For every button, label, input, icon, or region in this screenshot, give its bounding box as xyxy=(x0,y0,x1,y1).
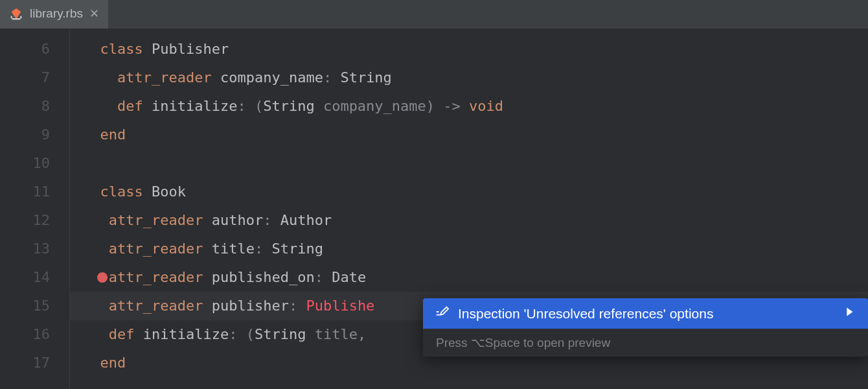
line-number-gutter: 67891011121314151617 xyxy=(0,29,70,389)
line-number: 17 xyxy=(0,349,69,377)
line-number: 11 xyxy=(0,178,69,206)
ruby-file-icon xyxy=(9,6,23,21)
code-line[interactable]: end xyxy=(70,121,868,149)
token: attr_reader xyxy=(100,298,212,314)
error-bulb-icon[interactable] xyxy=(97,272,108,283)
code-line[interactable]: attr_reader published_on: Date xyxy=(70,263,868,292)
token: : ( xyxy=(237,98,263,114)
token: attr_reader xyxy=(100,212,212,228)
token: publisher xyxy=(212,298,289,314)
popup-item-label: Inspection 'Unresolved references' optio… xyxy=(458,306,713,322)
token: company_name xyxy=(220,69,323,86)
tab-filename: library.rbs xyxy=(30,6,83,21)
token: : xyxy=(255,241,272,257)
code-line[interactable] xyxy=(70,149,868,178)
token: : ( xyxy=(229,326,255,342)
line-number: 8 xyxy=(0,92,69,121)
token: title, xyxy=(315,326,375,342)
token: initialize xyxy=(143,326,229,342)
token: String xyxy=(271,241,323,257)
line-number: 16 xyxy=(0,320,69,349)
token: String xyxy=(263,98,323,114)
close-icon[interactable]: ✕ xyxy=(89,6,99,21)
intention-popup: Inspection 'Unresolved references' optio… xyxy=(423,298,868,357)
token: void xyxy=(469,98,503,114)
inspection-options-item[interactable]: Inspection 'Unresolved references' optio… xyxy=(423,298,868,329)
pencil-icon xyxy=(435,305,449,322)
line-number: 14 xyxy=(0,263,69,292)
token: end xyxy=(100,355,126,371)
token: attr_reader xyxy=(100,241,212,257)
line-number: 9 xyxy=(0,121,69,149)
chevron-right-icon xyxy=(842,305,856,322)
token: def xyxy=(100,326,143,342)
code-line[interactable]: attr_reader company_name: String xyxy=(70,64,868,92)
token: Publishe xyxy=(306,298,374,314)
token: company_name) -> xyxy=(323,98,469,114)
code-line[interactable]: class Publisher xyxy=(70,35,868,64)
token: initialize xyxy=(152,98,237,114)
code-line[interactable]: attr_reader title: String xyxy=(70,235,868,263)
token: : xyxy=(315,269,332,285)
line-number: 7 xyxy=(0,64,69,92)
token: author xyxy=(212,212,263,228)
token: attr_reader xyxy=(100,269,212,285)
code-line[interactable]: attr_reader author: Author xyxy=(70,206,868,235)
token: Publisher xyxy=(152,41,229,57)
popup-footer-hint: Press ⌥Space to open preview xyxy=(423,329,868,357)
token: attr_reader xyxy=(117,69,220,86)
code-line[interactable]: def initialize: (String company_name) ->… xyxy=(70,92,868,121)
token: : xyxy=(289,298,306,314)
token: String xyxy=(255,326,315,342)
line-number: 6 xyxy=(0,35,69,64)
token: Date xyxy=(332,269,366,285)
token: def xyxy=(117,98,152,114)
token: String xyxy=(340,69,391,86)
token: : xyxy=(263,212,280,228)
token: published_on xyxy=(212,269,315,285)
line-number: 12 xyxy=(0,206,69,235)
token: : xyxy=(323,69,341,86)
tab-bar: library.rbs ✕ xyxy=(0,0,868,29)
token: end xyxy=(100,126,126,143)
token: title xyxy=(212,241,255,257)
code-line[interactable]: class Book xyxy=(70,178,868,206)
token: Author xyxy=(280,212,332,228)
line-number: 13 xyxy=(0,235,69,263)
line-number: 10 xyxy=(0,149,69,178)
token: Book xyxy=(152,183,186,200)
token: class xyxy=(100,183,152,200)
tab-library-rbs[interactable]: library.rbs ✕ xyxy=(0,0,108,29)
token: class xyxy=(100,41,152,57)
line-number: 15 xyxy=(0,292,69,320)
